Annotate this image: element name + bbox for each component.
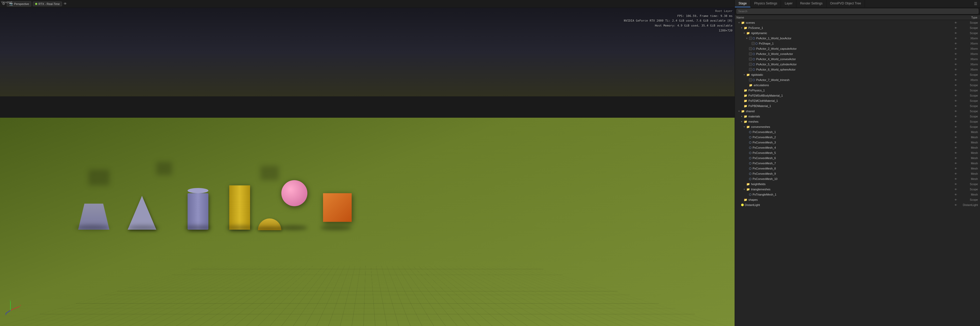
tree-row[interactable]: ⬡PxActor_5_World_cylinderActor👁Xform [735,62,980,67]
tree-expand-arrow[interactable]: ▼ [741,121,744,123]
tree-item-eye[interactable]: 👁 [953,79,958,81]
tree-item-eye[interactable]: 👁 [953,157,958,160]
tree-row[interactable]: 📁shapes👁Scope [735,197,980,202]
tree-item-type: Scope [958,110,979,113]
tree-item-eye[interactable]: 👁 [953,136,958,139]
tab-stage[interactable]: Stage [735,0,751,7]
tree-row[interactable]: ▼📁shared👁Scope [735,108,980,114]
tree-row[interactable]: ▼📁convexmeshes👁Scope [735,124,980,129]
tree-row[interactable]: ⬡PxActor_6_World_sphereActor👁Xform [735,67,980,72]
tree-item-eye[interactable]: 👁 [953,52,958,56]
tree-row[interactable]: ▼⬡PxActor_1_World_boxActor👁Xform [735,36,980,41]
tree-item-type: Scope [958,115,979,118]
search-input[interactable] [737,9,978,14]
tree-row[interactable]: ▼📁trianglemeshes👁Scope [735,187,980,192]
tab-layer[interactable]: Layer [781,0,796,7]
tree-expand-arrow[interactable]: ▼ [743,188,746,191]
panel-menu-button[interactable]: ☰ [971,0,980,7]
tree-item-eye[interactable]: 👁 [953,162,958,165]
tree-item-eye[interactable]: 👁 [953,58,958,60]
tree-item-type: Mesh [958,172,979,175]
tree-row[interactable]: ▼📁materials👁Scope [735,114,980,119]
tree-item-eye[interactable]: 👁 [953,94,958,97]
tree-row[interactable]: 📁heightfields👁Scope [735,181,980,187]
tree-item-eye[interactable]: 👁 [953,120,958,123]
tree-row[interactable]: 📁PxPhysics_1👁Scope [735,88,980,93]
tree-item-eye[interactable]: 👁 [953,27,958,29]
tree-expand-arrow[interactable]: ▼ [738,22,741,24]
tree-row[interactable]: 📁PxPBDMaterial_1👁Scope [735,103,980,108]
tree-row[interactable]: ⬡PxActor_7_World_trimesh👁Xform [735,77,980,83]
tree-row[interactable]: ⬡PxConvexMesh_2👁Mesh [735,135,980,140]
tab-physics-settings[interactable]: Physics Settings [751,0,781,7]
tree-row[interactable]: ▼📁rigiddynamic👁Scope [735,30,980,36]
tree-expand-arrow[interactable]: ▼ [738,110,741,113]
tree-item-eye[interactable]: 👁 [953,141,958,144]
tree-item-eye[interactable]: 👁 [953,151,958,154]
tree-row[interactable]: ⬡PxActor_2_World_capsuleActor👁Xform [735,46,980,51]
tree-row[interactable]: ▼📁meshes👁Scope [735,119,980,124]
tree-expand-arrow[interactable]: ▼ [743,32,746,34]
tree-row[interactable]: ▼📁scenes👁Scope [735,20,980,25]
tree-item-eye[interactable]: 👁 [953,188,958,191]
tree-row[interactable]: 📁PxFEMSoftBodyMaterial_1👁Scope [735,93,980,98]
tree-row[interactable]: ⬡PxConvexMesh_1👁Mesh [735,129,980,135]
tree-item-eye[interactable]: 👁 [953,48,958,50]
tree-item-eye[interactable]: 👁 [953,126,958,128]
tree-item-eye[interactable]: 👁 [953,115,958,118]
tree-row[interactable]: ⬡PxConvexMesh_3👁Mesh [735,140,980,145]
folder-icon: 📁 [744,120,748,123]
tab-render-settings[interactable]: Render Settings [796,0,826,7]
tree-item-eye[interactable]: 👁 [953,99,958,102]
rtx-button[interactable]: RTX - Real-Time [33,2,62,6]
tree-row[interactable]: ▼📁rigidstatic👁Scope [735,72,980,77]
tree-expand-arrow[interactable]: ▼ [741,115,744,118]
tree-row[interactable]: ⬡PxTriangleMesh_1👁Mesh [735,192,980,197]
tree-row[interactable]: ⬡PxConvexMesh_9👁Mesh [735,171,980,176]
tree-expand-arrow[interactable]: ▼ [741,27,744,29]
tree-row[interactable]: ⬡PxConvexMesh_7👁Mesh [735,161,980,166]
tree-row[interactable]: 📁PxFEMClothMaterial_1👁Scope [735,98,980,103]
tree-item-eye[interactable]: 👁 [953,183,958,186]
tree-expand-arrow[interactable]: ▼ [743,126,746,128]
tree-row[interactable]: ⬡PxConvexMesh_8👁Mesh [735,166,980,171]
tree-item-eye[interactable]: 👁 [953,21,958,24]
tree-row[interactable]: DistantLight👁DistantLight [735,202,980,208]
tree-item-eye[interactable]: 👁 [953,84,958,87]
tree-row[interactable]: ⬡PxConvexMesh_5👁Mesh [735,150,980,156]
tree-row[interactable]: ⬡PxConvexMesh_10👁Mesh [735,176,980,181]
tree-row[interactable]: ⬡PxConvexMesh_6👁Mesh [735,156,980,161]
perspective-label: Perspective [14,2,29,5]
tree-row[interactable]: ⬡PxConvexMesh_4👁Mesh [735,145,980,150]
tree-container[interactable]: ▼📁scenes👁Scope▼📁PxScene_1👁Scope▼📁rigiddy… [735,20,980,326]
tree-expand-arrow[interactable]: ▼ [743,74,746,76]
tree-row[interactable]: ⬡PxActor_3_World_coneActor👁Xform [735,51,980,57]
tree-item-eye[interactable]: 👁 [953,73,958,76]
tree-row[interactable]: ▼📁PxScene_1👁Scope [735,25,980,30]
tree-row[interactable]: ⬡PxShape_1👁Xform [735,41,980,46]
tree-item-eye[interactable]: 👁 [953,131,958,134]
tree-item-eye[interactable]: 👁 [953,172,958,175]
tree-row[interactable]: 📁articulations👁Scope [735,83,980,88]
tree-item-eye[interactable]: 👁 [953,193,958,196]
tree-item-eye[interactable]: 👁 [953,89,958,92]
mesh-icon: ⬡ [749,151,751,155]
tree-item-eye[interactable]: 👁 [953,105,958,108]
tree-row[interactable]: ⬡PxActor_4_World_convexActor👁Xform [735,57,980,62]
tab-omnipvd[interactable]: OmniPVD Object Tree [827,0,865,7]
tree-item-eye[interactable]: 👁 [953,167,958,170]
eye-button[interactable]: 👁 [64,2,67,6]
tree-item-eye[interactable]: 👁 [953,32,958,35]
tree-item-eye[interactable]: 👁 [953,146,958,149]
tree-item-eye[interactable]: 👁 [953,63,958,66]
main-layout: Viewport ⚙ 📷 Perspective RTX - Real-Time… [0,0,980,326]
tree-item-eye[interactable]: 👁 [953,68,958,71]
tree-item-eye[interactable]: 👁 [953,37,958,40]
tree-item-eye[interactable]: 👁 [953,178,958,180]
shadow-floor-2 [156,162,172,175]
tree-item-eye[interactable]: 👁 [953,199,958,201]
tree-item-eye[interactable]: 👁 [953,204,958,207]
tree-expand-arrow[interactable]: ▼ [746,37,749,40]
tree-item-eye[interactable]: 👁 [953,110,958,113]
tree-item-eye[interactable]: 👁 [953,42,958,45]
